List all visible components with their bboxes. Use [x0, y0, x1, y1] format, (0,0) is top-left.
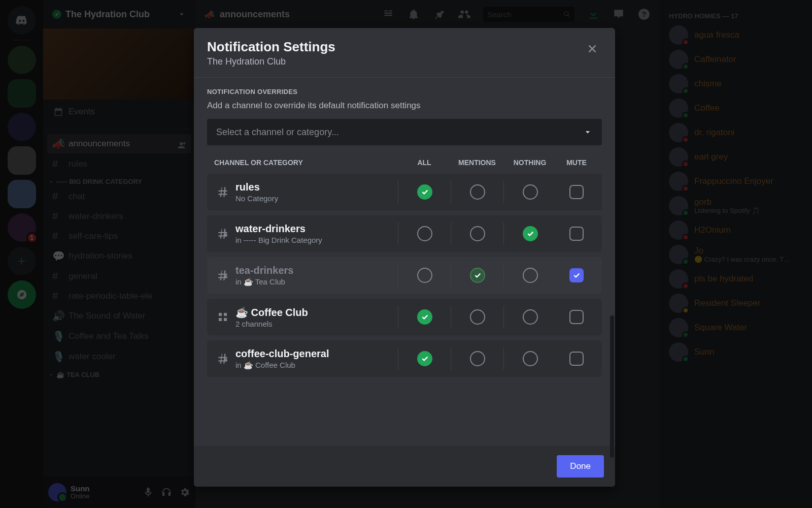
hash-lock-icon	[214, 269, 231, 282]
radio-mentions[interactable]	[470, 226, 485, 241]
scrollbar-thumb[interactable]	[610, 315, 614, 458]
radio-nothing[interactable]	[523, 226, 538, 241]
radio-all[interactable]	[417, 268, 432, 283]
radio-mentions[interactable]	[470, 309, 485, 325]
chevron-down-icon	[583, 127, 593, 137]
radio-nothing[interactable]	[523, 309, 538, 325]
mute-checkbox[interactable]	[569, 185, 584, 199]
override-row: coffee-club-generalin ☕ Coffee Club	[207, 340, 602, 377]
override-name: tea-drinkers	[235, 265, 398, 276]
override-row: tea-drinkersin ☕ Tea Club	[207, 257, 602, 294]
modal-title: Notification Settings	[207, 39, 335, 55]
override-row: rulesNo Category	[207, 174, 602, 210]
override-name: coffee-club-general	[235, 348, 398, 360]
mute-checkbox[interactable]	[569, 352, 584, 366]
notification-settings-modal: Notification Settings The Hydration Club…	[194, 28, 615, 487]
section-heading: NOTIFICATION OVERRIDES	[207, 88, 602, 96]
override-row: ☕ Coffee Club2 channels	[207, 299, 602, 335]
hash-icon	[214, 185, 231, 199]
radio-all[interactable]	[417, 184, 432, 200]
mute-checkbox[interactable]	[569, 227, 584, 241]
select-placeholder: Select a channel or category...	[216, 127, 339, 138]
section-subtext: Add a channel to override its default no…	[207, 101, 602, 111]
radio-nothing[interactable]	[523, 351, 538, 366]
radio-all[interactable]	[417, 226, 432, 241]
close-button[interactable]	[583, 39, 602, 58]
radio-nothing[interactable]	[523, 268, 538, 283]
close-icon	[586, 42, 599, 55]
override-table-header: CHANNEL OR CATEGORY ALL MENTIONS NOTHING…	[207, 156, 602, 174]
override-category: in ☕ Coffee Club	[235, 361, 398, 370]
override-name: rules	[235, 181, 398, 193]
override-category: No Category	[235, 194, 398, 203]
hash-lock-icon	[214, 352, 231, 365]
override-name: ☕ Coffee Club	[235, 306, 398, 319]
override-category: in ☕ Tea Club	[235, 277, 398, 287]
override-category: in ----- Big Drink Category	[235, 236, 398, 244]
override-category: 2 channels	[235, 320, 398, 328]
channel-select[interactable]: Select a channel or category...	[207, 119, 602, 145]
radio-all[interactable]	[417, 351, 432, 366]
mute-checkbox[interactable]	[569, 268, 584, 282]
override-name: water-drinkers	[235, 223, 398, 235]
radio-mentions[interactable]	[470, 268, 485, 283]
override-row: water-drinkersin ----- Big Drink Categor…	[207, 215, 602, 252]
radio-nothing[interactable]	[523, 184, 538, 200]
done-button[interactable]: Done	[557, 455, 604, 478]
radio-mentions[interactable]	[470, 184, 485, 200]
radio-all[interactable]	[417, 309, 432, 325]
mute-checkbox[interactable]	[569, 310, 584, 324]
category-icon	[214, 311, 231, 323]
radio-mentions[interactable]	[470, 351, 485, 366]
hash-lock-icon	[214, 227, 231, 240]
modal-subtitle: The Hydration Club	[207, 56, 335, 67]
